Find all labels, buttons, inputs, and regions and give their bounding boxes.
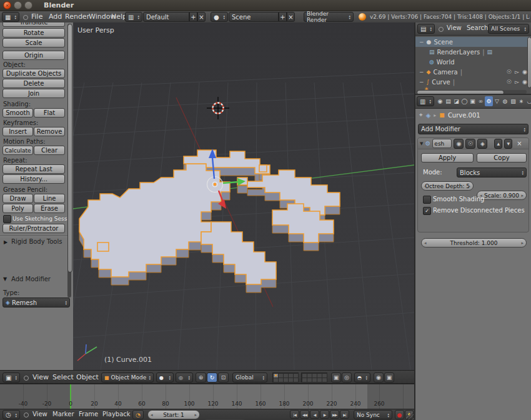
grease-poly-button[interactable]: Poly xyxy=(2,204,33,213)
smooth-shading-checkbox[interactable] xyxy=(423,196,431,204)
outliner-editor-selector[interactable]: ▤ xyxy=(417,24,435,34)
scale-button[interactable]: Scale xyxy=(2,38,65,48)
grease-line-button[interactable]: Line xyxy=(34,194,65,203)
history-button[interactable]: History... xyxy=(2,174,65,184)
play-button[interactable]: ▶ xyxy=(320,410,329,419)
modifier-delete-icon[interactable]: × xyxy=(517,140,522,147)
outliner-item-curve[interactable]: − ∫ Curve | ☉ ▻ ◉ xyxy=(415,77,530,87)
snap-selector[interactable]: ◓ xyxy=(354,372,370,382)
scene-name-field[interactable]: Scene xyxy=(229,12,279,22)
sketching-sessions-checkbox[interactable] xyxy=(3,215,11,223)
rigid-body-expand-icon[interactable]: ▶ xyxy=(4,239,7,245)
tab-texture[interactable]: ▨ xyxy=(509,96,517,106)
grease-draw-button[interactable]: Draw xyxy=(2,194,33,203)
transform-orientation-selector[interactable]: Global xyxy=(232,372,267,382)
insert-keyframe-button[interactable]: Insert xyxy=(2,127,33,136)
visibility-eye-icon[interactable]: ☉ xyxy=(507,69,512,75)
tab-object[interactable]: ▣ xyxy=(469,96,477,106)
scale-manipulator-button[interactable]: ⊡ xyxy=(218,372,229,382)
mode-selector[interactable]: ■ Object Mode xyxy=(101,372,154,382)
timeline-menu-marker[interactable]: Marker xyxy=(52,411,74,418)
window-minimize-icon[interactable] xyxy=(14,1,22,9)
viewport-menu-select[interactable]: Select xyxy=(52,373,74,381)
outliner-filter-dropdown[interactable]: All Scenes xyxy=(488,24,529,34)
shade-flat-button[interactable]: Flat xyxy=(34,108,65,118)
editor-type-selector[interactable]: ▦ xyxy=(2,12,19,22)
octree-depth-slider[interactable]: Octree Depth: 5 xyxy=(421,181,474,191)
modifier-expand-icon[interactable]: ▼ xyxy=(420,141,423,146)
opengl-render-anim-button[interactable]: ▣ xyxy=(384,372,394,382)
shade-smooth-button[interactable]: Smooth xyxy=(2,108,33,118)
viewport-shading-selector[interactable]: ● xyxy=(156,372,174,382)
area-resize-grip[interactable] xyxy=(406,412,414,419)
delete-scene-button[interactable]: × xyxy=(287,12,295,22)
add-modifier-panel-header[interactable]: Add Modifier xyxy=(11,276,51,282)
tab-render[interactable]: ◉ xyxy=(436,96,444,106)
delete-layout-button[interactable]: × xyxy=(197,12,206,22)
tab-particles[interactable]: ∗ xyxy=(517,96,525,106)
disclosure-icon[interactable]: − xyxy=(419,39,424,45)
layer-grid-2[interactable] xyxy=(301,372,327,382)
add-modifier-dropdown[interactable]: Add Modifier xyxy=(418,124,529,134)
modifier-copy-button[interactable]: Copy xyxy=(477,153,527,162)
prev-keyframe-button[interactable]: ◀◀ xyxy=(300,410,309,419)
jump-to-end-button[interactable]: ▶| xyxy=(340,410,349,419)
manipulator-toggle-button[interactable]: ⊕ xyxy=(196,372,206,382)
modifier-move-down-button[interactable]: ▼ xyxy=(504,139,512,149)
outliner-item-camera[interactable]: − ◆ Camera | ☉ ▻ ◉ xyxy=(415,67,530,77)
mode-dropdown[interactable]: Blocks xyxy=(457,168,527,178)
opengl-render-button[interactable]: ◉ xyxy=(374,372,384,382)
collapse-menus-icon[interactable] xyxy=(23,15,28,20)
renderable-camera-icon[interactable]: ◉ xyxy=(522,69,527,75)
properties-editor-selector[interactable]: ▥ xyxy=(417,96,434,106)
window-close-icon[interactable]: × xyxy=(3,1,11,9)
visibility-eye-icon[interactable]: ☉ xyxy=(507,79,512,85)
modifier-render-toggle[interactable]: ◉ xyxy=(454,139,464,149)
timeline-menu-frame[interactable]: Frame xyxy=(79,411,98,418)
layer-cell[interactable] xyxy=(293,378,299,382)
outliner-vscrollbar[interactable] xyxy=(527,37,531,88)
selectable-cursor-icon[interactable]: ▻ xyxy=(515,69,519,75)
frame-start-field[interactable]: Start: 1 xyxy=(147,410,200,419)
grease-erase-button[interactable]: Erase xyxy=(34,204,65,213)
outliner-item-world[interactable]: ◍ World xyxy=(415,57,531,67)
modifier-apply-button[interactable]: Apply xyxy=(421,153,474,162)
duplicate-objects-button[interactable]: Duplicate Objects xyxy=(2,69,65,78)
remove-disconnected-checkbox[interactable]: ✓ xyxy=(423,207,431,215)
timeline-editor-selector[interactable]: ◷ xyxy=(2,410,20,419)
render-border-button[interactable]: ▣ xyxy=(331,372,341,382)
modifier-editmode-toggle[interactable]: ◈ xyxy=(477,139,487,149)
repeat-last-button[interactable]: Repeat Last xyxy=(2,164,65,174)
modifier-move-up-button[interactable]: ▲ xyxy=(494,139,502,149)
tab-physics[interactable]: ◡ xyxy=(525,96,531,106)
viewport-editor-selector[interactable]: ▣ xyxy=(2,372,20,382)
tab-data[interactable]: ▽ xyxy=(493,96,501,106)
tab-world[interactable]: ◯ xyxy=(460,96,469,106)
collapse-menus-icon[interactable] xyxy=(439,27,444,32)
modifier-type-dropdown[interactable]: ◈ Remesh xyxy=(2,298,70,308)
add-layout-button[interactable]: + xyxy=(189,12,197,22)
scene-icon-selector[interactable]: ● xyxy=(211,12,228,22)
add-modifier-collapse-icon[interactable]: ▼ xyxy=(3,276,7,282)
sync-mode-selector[interactable]: No Sync xyxy=(354,410,392,419)
menu-add[interactable]: Add xyxy=(49,12,62,21)
delete-button[interactable]: Delete xyxy=(2,79,65,88)
preview-range-clock-button[interactable]: ◔ xyxy=(132,410,144,419)
renderable-camera-icon[interactable]: ◉ xyxy=(522,79,527,85)
lock-to-scene-button[interactable]: ◎ xyxy=(342,372,352,382)
outliner-menu-search[interactable]: Search xyxy=(467,24,488,31)
toolshelf-scrollbar[interactable] xyxy=(67,24,72,272)
render-engine-selector[interactable]: Blender Render xyxy=(304,12,354,22)
rotate-manipulator-button[interactable]: ↻ xyxy=(207,372,217,382)
tab-scene[interactable]: ◪ xyxy=(452,96,460,106)
pin-icon[interactable]: ⌖ xyxy=(419,111,423,119)
clear-paths-button[interactable]: Clear xyxy=(34,146,65,155)
modifier-viewport-toggle[interactable]: ☉ xyxy=(465,139,475,149)
join-button[interactable]: Join xyxy=(2,89,65,98)
next-keyframe-button[interactable]: ▶▶ xyxy=(330,410,339,419)
timeline-menu-view[interactable]: View xyxy=(32,411,47,418)
outliner-menu-view[interactable]: View xyxy=(447,24,462,31)
selectable-cursor-icon[interactable]: ▻ xyxy=(515,79,519,85)
layer-cell[interactable] xyxy=(322,378,327,382)
auto-keyframe-record-button[interactable]: ● xyxy=(395,410,404,419)
